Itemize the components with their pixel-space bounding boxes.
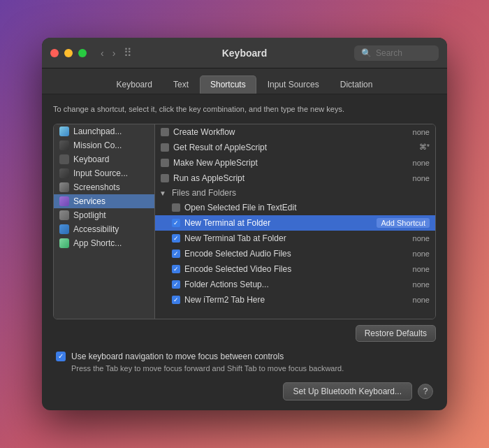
- sidebar-item-keyboard[interactable]: Keyboard: [54, 152, 154, 166]
- sidebar-label-appshortcuts: App Shortc...: [73, 238, 122, 248]
- sidebar-item-services[interactable]: Services: [54, 194, 154, 208]
- right-panel: Create Workflow none Get Result of Apple…: [155, 124, 435, 319]
- sidebar-item-screenshots[interactable]: Screenshots: [54, 180, 154, 194]
- shortcut-create-workflow: none: [413, 128, 430, 136]
- maximize-button[interactable]: [78, 49, 87, 57]
- label-iterm2: New iTerm2 Tab Here: [184, 295, 413, 305]
- sidebar-label-launchpad: Launchpad...: [73, 127, 122, 136]
- row-open-selected[interactable]: Open Selected File in TextEdit: [155, 200, 435, 215]
- tab-keyboard[interactable]: Keyboard: [107, 75, 162, 94]
- window-title: Keyboard: [222, 48, 268, 59]
- input-icon: [59, 168, 69, 178]
- section-label-files: Files and Folders: [172, 188, 236, 198]
- shortcut-get-result: ⌘*: [419, 143, 430, 152]
- restore-area: Restore Defaults: [53, 325, 436, 342]
- checkbox-folder-actions[interactable]: ✓: [172, 280, 180, 289]
- bottom-buttons: Set Up Bluetooth Keyboard... ?: [56, 382, 433, 400]
- row-create-workflow[interactable]: Create Workflow none: [155, 124, 435, 140]
- keyboard-icon: [59, 154, 69, 164]
- checkbox-encode-audio[interactable]: ✓: [172, 250, 180, 258]
- sidebar-label-keyboard: Keyboard: [73, 154, 109, 164]
- label-encode-video: Encode Selected Video Files: [184, 264, 413, 274]
- row-encode-video[interactable]: ✓ Encode Selected Video Files none: [155, 261, 435, 277]
- back-button[interactable]: ‹: [98, 46, 107, 60]
- sidebar-item-launchpad[interactable]: Launchpad...: [54, 124, 154, 138]
- restore-defaults-button[interactable]: Restore Defaults: [356, 325, 436, 342]
- close-button[interactable]: [50, 49, 59, 57]
- label-make-new: Make New AppleScript: [173, 158, 413, 168]
- checkbox-get-result[interactable]: [161, 143, 169, 152]
- shortcut-make-new: none: [413, 159, 430, 167]
- launchpad-icon: [59, 127, 69, 136]
- shortcut-iterm2: none: [413, 296, 430, 304]
- row-iterm2[interactable]: ✓ New iTerm2 Tab Here none: [155, 292, 435, 308]
- nav-checkbox-label: Use keyboard navigation to move focus be…: [71, 352, 284, 361]
- sidebar-item-accessibility[interactable]: Accessibility: [54, 222, 154, 236]
- tab-input-sources[interactable]: Input Sources: [258, 75, 329, 94]
- checkbox-create-workflow[interactable]: [161, 128, 169, 136]
- grid-button[interactable]: ⠿: [124, 46, 132, 59]
- tabs-bar: Keyboard Text Shortcuts Input Sources Di…: [42, 68, 447, 94]
- add-shortcut-badge[interactable]: Add Shortcut: [377, 218, 430, 228]
- checkbox-run-as[interactable]: [161, 174, 169, 182]
- tab-dictation[interactable]: Dictation: [330, 75, 383, 94]
- instruction-text: To change a shortcut, select it, click t…: [53, 104, 436, 115]
- sidebar-item-input[interactable]: Input Source...: [54, 166, 154, 180]
- checkbox-make-new[interactable]: [161, 159, 169, 167]
- mission-icon: [59, 140, 69, 150]
- forward-button[interactable]: ›: [110, 46, 119, 60]
- checkbox-new-terminal-tab[interactable]: ✓: [172, 234, 180, 243]
- nav-buttons: ‹ ›: [98, 46, 118, 60]
- label-open-selected: Open Selected File in TextEdit: [184, 203, 430, 212]
- shortcut-encode-video: none: [413, 265, 430, 273]
- sidebar-label-screenshots: Screenshots: [73, 182, 120, 192]
- search-box[interactable]: 🔍: [354, 45, 439, 61]
- appshortcuts-icon: [59, 238, 69, 248]
- row-encode-audio[interactable]: ✓ Encode Selected Audio Files none: [155, 246, 435, 261]
- sidebar-label-mission: Mission Co...: [73, 140, 122, 150]
- titlebar: ‹ › ⠿ Keyboard 🔍: [42, 38, 447, 68]
- help-button[interactable]: ?: [418, 384, 433, 399]
- sidebar-item-appshortcuts[interactable]: App Shortc...: [54, 236, 154, 250]
- sidebar-item-spotlight[interactable]: Spotlight: [54, 208, 154, 222]
- minimize-button[interactable]: [64, 49, 73, 57]
- tab-shortcuts[interactable]: Shortcuts: [200, 75, 256, 94]
- row-new-terminal-tab[interactable]: ✓ New Terminal Tab at Folder none: [155, 231, 435, 246]
- row-get-result[interactable]: Get Result of AppleScript ⌘*: [155, 140, 435, 155]
- sidebar: Launchpad... Mission Co... Keyboard Inpu…: [54, 124, 155, 319]
- label-folder-actions: Folder Actions Setup...: [184, 280, 413, 289]
- row-new-terminal[interactable]: ✓ New Terminal at Folder Add Shortcut: [155, 215, 435, 231]
- spotlight-icon: [59, 210, 69, 220]
- section-files-folders[interactable]: ▼ Files and Folders: [155, 186, 435, 200]
- row-folder-actions[interactable]: ✓ Folder Actions Setup... none: [155, 277, 435, 292]
- row-make-new[interactable]: Make New AppleScript none: [155, 155, 435, 171]
- sidebar-label-accessibility: Accessibility: [73, 224, 119, 234]
- sidebar-item-mission[interactable]: Mission Co...: [54, 138, 154, 152]
- sidebar-label-services: Services: [73, 196, 105, 206]
- search-input[interactable]: [376, 48, 432, 58]
- tab-hint: Press the Tab key to move focus forward …: [71, 364, 433, 373]
- checkbox-encode-video[interactable]: ✓: [172, 265, 180, 273]
- shortcut-folder-actions: none: [413, 280, 430, 289]
- sidebar-label-input: Input Source...: [73, 168, 128, 178]
- main-area: Launchpad... Mission Co... Keyboard Inpu…: [53, 124, 436, 319]
- tab-text[interactable]: Text: [163, 75, 198, 94]
- nav-checkbox-row: ✓ Use keyboard navigation to move focus …: [56, 352, 433, 361]
- checkbox-new-terminal[interactable]: ✓: [172, 219, 180, 227]
- row-run-as[interactable]: Run as AppleScript none: [155, 171, 435, 186]
- main-window: ‹ › ⠿ Keyboard 🔍 Keyboard Text Shortcuts…: [42, 38, 447, 410]
- label-create-workflow: Create Workflow: [173, 127, 413, 137]
- label-new-terminal: New Terminal at Folder: [184, 218, 377, 228]
- search-icon: 🔍: [361, 48, 372, 58]
- nav-checkbox[interactable]: ✓: [56, 352, 66, 361]
- services-icon: [59, 196, 69, 206]
- label-run-as: Run as AppleScript: [173, 173, 413, 183]
- shortcut-run-as: none: [413, 174, 430, 182]
- shortcut-new-terminal-tab: none: [413, 234, 430, 243]
- label-encode-audio: Encode Selected Audio Files: [184, 249, 413, 259]
- label-new-terminal-tab: New Terminal Tab at Folder: [184, 233, 413, 243]
- checkbox-open-selected[interactable]: [172, 203, 180, 212]
- shortcut-encode-audio: none: [413, 250, 430, 258]
- bluetooth-button[interactable]: Set Up Bluetooth Keyboard...: [283, 382, 412, 400]
- checkbox-iterm2[interactable]: ✓: [172, 296, 180, 304]
